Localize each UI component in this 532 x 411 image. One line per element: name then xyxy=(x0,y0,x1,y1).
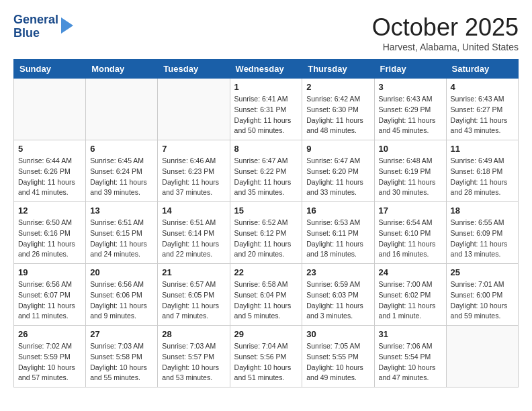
day-info: Sunrise: 6:44 AM Sunset: 6:26 PM Dayligh… xyxy=(18,156,81,198)
calendar-day-18: 18Sunrise: 6:55 AM Sunset: 6:09 PM Dayli… xyxy=(446,202,518,264)
calendar-day-20: 20Sunrise: 6:56 AM Sunset: 6:06 PM Dayli… xyxy=(86,264,158,326)
calendar-empty-cell xyxy=(86,79,158,140)
logo-arrow-icon xyxy=(61,17,73,34)
calendar-day-31: 31Sunrise: 7:06 AM Sunset: 5:54 PM Dayli… xyxy=(374,326,446,387)
calendar-day-17: 17Sunrise: 6:54 AM Sunset: 6:10 PM Dayli… xyxy=(374,202,446,264)
day-info: Sunrise: 7:01 AM Sunset: 6:00 PM Dayligh… xyxy=(451,279,514,322)
day-number: 30 xyxy=(306,329,369,339)
day-number: 3 xyxy=(379,82,442,92)
calendar-day-2: 2Sunrise: 6:42 AM Sunset: 6:30 PM Daylig… xyxy=(302,79,374,140)
day-info: Sunrise: 6:53 AM Sunset: 6:11 PM Dayligh… xyxy=(306,218,369,260)
column-header-saturday: Saturday xyxy=(446,60,518,79)
day-number: 5 xyxy=(18,144,81,154)
calendar-day-11: 11Sunrise: 6:49 AM Sunset: 6:18 PM Dayli… xyxy=(446,140,518,202)
column-header-thursday: Thursday xyxy=(302,60,374,79)
calendar-day-9: 9Sunrise: 6:47 AM Sunset: 6:20 PM Daylig… xyxy=(302,140,374,202)
day-info: Sunrise: 6:51 AM Sunset: 6:14 PM Dayligh… xyxy=(162,218,225,260)
calendar-week-row: 1Sunrise: 6:41 AM Sunset: 6:31 PM Daylig… xyxy=(14,79,519,140)
day-number: 28 xyxy=(162,329,225,339)
calendar-day-22: 22Sunrise: 6:58 AM Sunset: 6:04 PM Dayli… xyxy=(230,264,302,326)
day-info: Sunrise: 6:51 AM Sunset: 6:15 PM Dayligh… xyxy=(90,218,153,260)
logo: GeneralBlue xyxy=(13,13,73,40)
calendar-week-row: 5Sunrise: 6:44 AM Sunset: 6:26 PM Daylig… xyxy=(14,140,519,202)
day-info: Sunrise: 6:57 AM Sunset: 6:05 PM Dayligh… xyxy=(162,279,225,322)
day-info: Sunrise: 7:00 AM Sunset: 6:02 PM Dayligh… xyxy=(379,279,442,322)
day-number: 13 xyxy=(90,205,153,216)
day-number: 4 xyxy=(451,82,514,92)
day-number: 25 xyxy=(451,267,514,277)
day-number: 22 xyxy=(234,267,298,277)
calendar-day-21: 21Sunrise: 6:57 AM Sunset: 6:05 PM Dayli… xyxy=(158,264,230,326)
day-number: 19 xyxy=(18,267,81,277)
calendar-empty-cell xyxy=(446,326,518,387)
calendar-week-row: 12Sunrise: 6:50 AM Sunset: 6:16 PM Dayli… xyxy=(14,202,519,264)
day-info: Sunrise: 6:47 AM Sunset: 6:22 PM Dayligh… xyxy=(234,156,298,198)
calendar-day-7: 7Sunrise: 6:46 AM Sunset: 6:23 PM Daylig… xyxy=(158,140,230,202)
day-number: 11 xyxy=(451,144,514,154)
calendar-day-8: 8Sunrise: 6:47 AM Sunset: 6:22 PM Daylig… xyxy=(230,140,302,202)
day-number: 1 xyxy=(234,82,298,92)
day-number: 26 xyxy=(18,329,81,339)
column-header-sunday: Sunday xyxy=(14,60,86,79)
day-info: Sunrise: 6:55 AM Sunset: 6:09 PM Dayligh… xyxy=(451,218,514,260)
calendar-day-24: 24Sunrise: 7:00 AM Sunset: 6:02 PM Dayli… xyxy=(374,264,446,326)
day-number: 20 xyxy=(90,267,153,277)
page-header: GeneralBlue October 2025 Harvest, Alabam… xyxy=(13,13,519,52)
calendar-empty-cell xyxy=(158,79,230,140)
day-number: 29 xyxy=(234,329,298,339)
day-info: Sunrise: 6:48 AM Sunset: 6:19 PM Dayligh… xyxy=(379,156,442,198)
day-info: Sunrise: 6:56 AM Sunset: 6:07 PM Dayligh… xyxy=(18,279,81,322)
day-number: 7 xyxy=(162,144,225,154)
calendar-day-28: 28Sunrise: 7:03 AM Sunset: 5:57 PM Dayli… xyxy=(158,326,230,387)
calendar-week-row: 26Sunrise: 7:02 AM Sunset: 5:59 PM Dayli… xyxy=(14,326,519,387)
day-info: Sunrise: 6:54 AM Sunset: 6:10 PM Dayligh… xyxy=(379,218,442,260)
day-info: Sunrise: 6:43 AM Sunset: 6:29 PM Dayligh… xyxy=(379,94,442,136)
day-number: 10 xyxy=(379,144,442,154)
day-info: Sunrise: 6:50 AM Sunset: 6:16 PM Dayligh… xyxy=(18,218,81,260)
column-header-friday: Friday xyxy=(374,60,446,79)
calendar-day-19: 19Sunrise: 6:56 AM Sunset: 6:07 PM Dayli… xyxy=(14,264,86,326)
day-info: Sunrise: 6:47 AM Sunset: 6:20 PM Dayligh… xyxy=(306,156,369,198)
location-label: Harvest, Alabama, United States xyxy=(372,42,519,52)
day-number: 2 xyxy=(306,82,369,92)
day-info: Sunrise: 6:52 AM Sunset: 6:12 PM Dayligh… xyxy=(234,218,298,260)
calendar-day-13: 13Sunrise: 6:51 AM Sunset: 6:15 PM Dayli… xyxy=(86,202,158,264)
calendar-day-12: 12Sunrise: 6:50 AM Sunset: 6:16 PM Dayli… xyxy=(14,202,86,264)
calendar-day-16: 16Sunrise: 6:53 AM Sunset: 6:11 PM Dayli… xyxy=(302,202,374,264)
day-info: Sunrise: 7:03 AM Sunset: 5:57 PM Dayligh… xyxy=(162,341,225,383)
day-info: Sunrise: 6:41 AM Sunset: 6:31 PM Dayligh… xyxy=(234,94,298,136)
column-header-tuesday: Tuesday xyxy=(158,60,230,79)
day-number: 15 xyxy=(234,205,298,216)
month-title: October 2025 xyxy=(372,13,519,42)
calendar-day-14: 14Sunrise: 6:51 AM Sunset: 6:14 PM Dayli… xyxy=(158,202,230,264)
calendar-day-15: 15Sunrise: 6:52 AM Sunset: 6:12 PM Dayli… xyxy=(230,202,302,264)
day-info: Sunrise: 6:49 AM Sunset: 6:18 PM Dayligh… xyxy=(451,156,514,198)
day-info: Sunrise: 7:06 AM Sunset: 5:54 PM Dayligh… xyxy=(379,341,442,383)
logo-text: GeneralBlue xyxy=(13,13,58,40)
column-header-monday: Monday xyxy=(86,60,158,79)
calendar-day-3: 3Sunrise: 6:43 AM Sunset: 6:29 PM Daylig… xyxy=(374,79,446,140)
day-info: Sunrise: 6:43 AM Sunset: 6:27 PM Dayligh… xyxy=(451,94,514,136)
calendar-day-4: 4Sunrise: 6:43 AM Sunset: 6:27 PM Daylig… xyxy=(446,79,518,140)
calendar-day-30: 30Sunrise: 7:05 AM Sunset: 5:55 PM Dayli… xyxy=(302,326,374,387)
day-info: Sunrise: 7:02 AM Sunset: 5:59 PM Dayligh… xyxy=(18,341,81,383)
day-number: 23 xyxy=(306,267,369,277)
calendar-day-1: 1Sunrise: 6:41 AM Sunset: 6:31 PM Daylig… xyxy=(230,79,302,140)
day-info: Sunrise: 6:46 AM Sunset: 6:23 PM Dayligh… xyxy=(162,156,225,198)
day-number: 18 xyxy=(451,205,514,216)
day-number: 6 xyxy=(90,144,153,154)
calendar-day-23: 23Sunrise: 6:59 AM Sunset: 6:03 PM Dayli… xyxy=(302,264,374,326)
calendar-day-29: 29Sunrise: 7:04 AM Sunset: 5:56 PM Dayli… xyxy=(230,326,302,387)
title-section: October 2025 Harvest, Alabama, United St… xyxy=(372,13,519,52)
calendar-day-5: 5Sunrise: 6:44 AM Sunset: 6:26 PM Daylig… xyxy=(14,140,86,202)
day-number: 21 xyxy=(162,267,225,277)
calendar-day-6: 6Sunrise: 6:45 AM Sunset: 6:24 PM Daylig… xyxy=(86,140,158,202)
column-header-wednesday: Wednesday xyxy=(230,60,302,79)
day-number: 31 xyxy=(379,329,442,339)
calendar-empty-cell xyxy=(14,79,86,140)
day-info: Sunrise: 7:03 AM Sunset: 5:58 PM Dayligh… xyxy=(90,341,153,383)
day-number: 9 xyxy=(306,144,369,154)
calendar-day-27: 27Sunrise: 7:03 AM Sunset: 5:58 PM Dayli… xyxy=(86,326,158,387)
day-number: 16 xyxy=(306,205,369,216)
day-number: 24 xyxy=(379,267,442,277)
